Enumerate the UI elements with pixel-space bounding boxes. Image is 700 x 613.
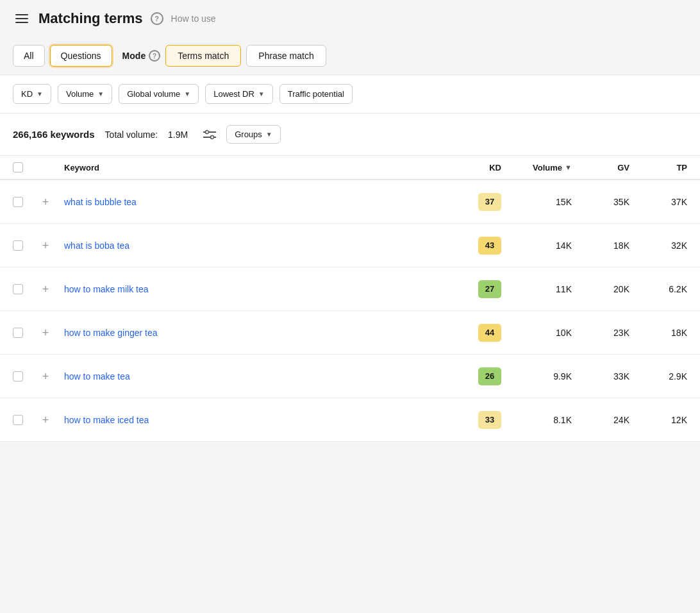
- groups-button[interactable]: Groups ▼: [226, 125, 281, 144]
- table-container: Keyword KD Volume ▼ GV TP + what is b: [0, 156, 700, 442]
- hamburger-icon[interactable]: [13, 12, 31, 26]
- add-keyword-btn-4[interactable]: +: [38, 369, 53, 383]
- filter-section: All Questions Mode ? Terms match Phrase …: [0, 37, 700, 74]
- total-volume-label: Total volume:: [105, 130, 158, 140]
- col-volume[interactable]: Volume ▼: [501, 163, 572, 172]
- table-header: Keyword KD Volume ▼ GV TP: [0, 156, 700, 180]
- volume-value-5: 8.1K: [553, 415, 572, 425]
- kd-badge-1: 43: [478, 237, 501, 255]
- tab-questions[interactable]: Questions: [50, 45, 112, 67]
- table-body: + what is bubble tea 37 15K 35K 37K + wh…: [0, 180, 700, 442]
- svg-point-3: [211, 135, 214, 139]
- volume-sort-icon: ▼: [565, 164, 572, 171]
- table-row: + how to make tea 26 9.9K 33K 2.9K: [0, 355, 700, 398]
- table-row: + how to make iced tea 33 8.1K 24K 12K: [0, 398, 700, 442]
- mode-label: Mode ?: [122, 50, 161, 62]
- volume-value-4: 9.9K: [553, 371, 572, 382]
- tp-value-3: 18K: [671, 328, 687, 338]
- tp-value-4: 2.9K: [669, 371, 687, 382]
- volume-dropdown[interactable]: Volume ▼: [58, 84, 112, 104]
- add-keyword-btn-3[interactable]: +: [38, 326, 53, 340]
- kd-dropdown[interactable]: KD ▼: [13, 84, 51, 104]
- volume-value-3: 10K: [556, 328, 572, 338]
- keyword-link-3[interactable]: how to make ginger tea: [64, 328, 158, 338]
- tp-value-2: 6.2K: [669, 284, 687, 294]
- gv-value-4: 33K: [613, 371, 629, 382]
- col-gv: GV: [572, 163, 629, 172]
- volume-arrow-icon: ▼: [97, 90, 104, 97]
- gv-value-3: 23K: [613, 328, 629, 338]
- keyword-link-2[interactable]: how to make milk tea: [64, 284, 149, 294]
- dr-arrow-icon: ▼: [258, 90, 265, 97]
- dropdown-filters: KD ▼ Volume ▼ Global volume ▼ Lowest DR …: [0, 74, 700, 113]
- add-keyword-btn-0[interactable]: +: [38, 195, 53, 209]
- volume-value-2: 11K: [556, 284, 572, 294]
- add-keyword-btn-1[interactable]: +: [38, 239, 53, 253]
- gv-arrow-icon: ▼: [184, 90, 190, 97]
- page-title: Matching terms: [38, 10, 143, 27]
- svg-point-2: [206, 130, 209, 133]
- row-checkbox-1[interactable]: [13, 240, 23, 251]
- select-all-checkbox[interactable]: [13, 162, 23, 172]
- how-to-use-link[interactable]: How to use: [171, 13, 216, 24]
- app-container: Matching terms ? How to use All Question…: [0, 0, 700, 613]
- kd-badge-3: 44: [478, 324, 501, 342]
- help-icon[interactable]: ?: [151, 12, 163, 25]
- groups-arrow-icon: ▼: [266, 131, 272, 138]
- kd-arrow-icon: ▼: [37, 90, 43, 97]
- terms-match-btn[interactable]: Terms match: [165, 45, 241, 67]
- kd-badge-5: 33: [478, 411, 501, 429]
- gv-value-0: 35K: [613, 197, 629, 207]
- global-volume-dropdown[interactable]: Global volume ▼: [119, 84, 199, 104]
- tp-value-5: 12K: [671, 415, 687, 425]
- volume-value-1: 14K: [556, 240, 572, 251]
- keyword-link-0[interactable]: what is bubble tea: [64, 197, 137, 207]
- keyword-count: 266,166 keywords: [13, 129, 95, 140]
- kd-badge-2: 27: [478, 280, 501, 298]
- volume-value-0: 15K: [556, 197, 572, 207]
- gv-value-1: 18K: [613, 240, 629, 251]
- keyword-link-4[interactable]: how to make tea: [64, 371, 130, 382]
- row-checkbox-0[interactable]: [13, 197, 23, 207]
- keyword-link-1[interactable]: what is boba tea: [64, 240, 129, 251]
- total-volume-value: 1.9M: [168, 130, 188, 140]
- kd-badge-0: 37: [478, 193, 501, 211]
- header: Matching terms ? How to use: [0, 0, 700, 37]
- table-row: + how to make milk tea 27 11K 20K 6.2K: [0, 267, 700, 311]
- kd-badge-4: 26: [478, 367, 501, 385]
- keyword-link-5[interactable]: how to make iced tea: [64, 415, 149, 425]
- tab-all[interactable]: All: [13, 45, 45, 67]
- row-checkbox-3[interactable]: [13, 328, 23, 338]
- col-keyword: Keyword: [64, 163, 444, 172]
- table-row: + what is bubble tea 37 15K 35K 37K: [0, 180, 700, 224]
- col-tp: TP: [629, 163, 687, 172]
- tp-value-0: 37K: [671, 197, 687, 207]
- mode-help-icon[interactable]: ?: [149, 50, 160, 62]
- traffic-potential-dropdown[interactable]: Traffic potential: [279, 84, 353, 104]
- row-checkbox-5[interactable]: [13, 415, 23, 425]
- tp-value-1: 32K: [671, 240, 687, 251]
- lowest-dr-dropdown[interactable]: Lowest DR ▼: [205, 84, 272, 104]
- gv-value-2: 20K: [613, 284, 629, 294]
- add-keyword-btn-5[interactable]: +: [38, 413, 53, 427]
- col-kd: KD: [444, 163, 501, 172]
- filter-sliders-icon: [203, 130, 216, 140]
- stats-row: 266,166 keywords Total volume: 1.9M Grou…: [0, 113, 700, 156]
- row-checkbox-2[interactable]: [13, 284, 23, 294]
- phrase-match-btn[interactable]: Phrase match: [246, 45, 326, 67]
- table-row: + how to make ginger tea 44 10K 23K 18K: [0, 311, 700, 355]
- add-keyword-btn-2[interactable]: +: [38, 282, 53, 296]
- row-checkbox-4[interactable]: [13, 371, 23, 382]
- table-row: + what is boba tea 43 14K 18K 32K: [0, 224, 700, 267]
- gv-value-5: 24K: [613, 415, 629, 425]
